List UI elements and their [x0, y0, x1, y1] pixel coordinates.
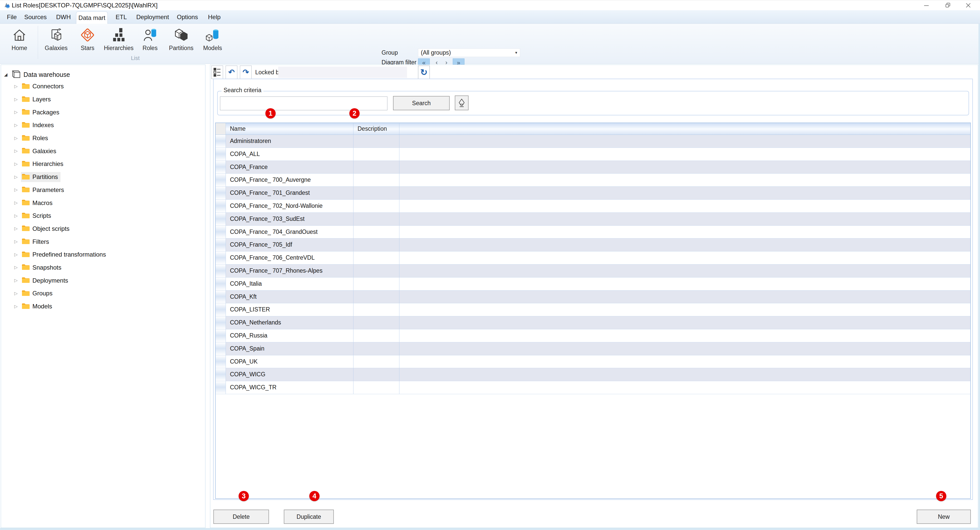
ribbon-roles-button[interactable]: Roles	[135, 26, 165, 57]
tree-item[interactable]: ▷ Roles	[1, 132, 205, 145]
row-selector[interactable]	[216, 148, 226, 161]
table-row[interactable]: COPA_Netherlands	[216, 316, 970, 329]
row-selector[interactable]	[216, 303, 226, 316]
header-description[interactable]: Description	[353, 123, 399, 135]
menu-options[interactable]: Options	[175, 10, 200, 24]
row-selector[interactable]	[216, 173, 226, 186]
table-row[interactable]: COPA_France_ 702_Nord-Wallonie	[216, 200, 970, 213]
tree-item[interactable]: ▷ Layers	[1, 93, 205, 106]
table-row[interactable]: COPA_Italia	[216, 277, 970, 291]
collapsed-arrow-icon[interactable]: ▷	[14, 213, 21, 218]
row-selector[interactable]	[216, 355, 226, 368]
collapsed-arrow-icon[interactable]: ▷	[14, 200, 21, 205]
row-selector[interactable]	[216, 291, 226, 303]
tree-item[interactable]: ▷ Partitions	[1, 170, 205, 183]
collapsed-arrow-icon[interactable]: ▷	[14, 252, 21, 257]
row-selector[interactable]	[216, 226, 226, 239]
tree-item[interactable]: ▷ Snapshots	[1, 261, 205, 274]
table-row[interactable]: COPA_France_ 707_Rhones-Alpes	[216, 264, 970, 277]
row-selector[interactable]	[216, 187, 226, 199]
collapsed-arrow-icon[interactable]: ▷	[14, 174, 21, 180]
collapsed-arrow-icon[interactable]: ▷	[14, 265, 21, 270]
table-row[interactable]: COPA_France_ 704_GrandOuest	[216, 226, 970, 239]
header-name[interactable]: Name	[226, 123, 353, 135]
tree-root-data-warehouse[interactable]: ◢ Data warehouse	[1, 68, 70, 81]
collapsed-arrow-icon[interactable]: ▷	[14, 226, 21, 231]
row-selector[interactable]	[216, 381, 226, 394]
new-button[interactable]: New	[917, 509, 971, 524]
table-row[interactable]: COPA_Spain	[216, 342, 970, 355]
table-row[interactable]: COPA_France_ 706_CentreVDL	[216, 251, 970, 264]
menu-data-mart-active-tab[interactable]: Data mart	[76, 11, 108, 24]
delete-button[interactable]: Delete	[213, 509, 269, 524]
tree-item[interactable]: ▷ Connectors	[1, 80, 205, 93]
ribbon-home-button[interactable]: Home	[5, 26, 34, 57]
ribbon-galaxies-button[interactable]: Galaxies	[41, 26, 71, 57]
menu-etl[interactable]: ETL	[114, 10, 128, 24]
table-row[interactable]: COPA_WICG_TR	[216, 381, 970, 394]
restore-button[interactable]	[941, 0, 955, 11]
collapsed-arrow-icon[interactable]: ▷	[14, 278, 21, 283]
expanded-arrow-icon[interactable]: ◢	[4, 72, 11, 77]
duplicate-button[interactable]: Duplicate	[284, 509, 334, 524]
tree-item[interactable]: ▷ Scripts	[1, 209, 205, 222]
tree-item[interactable]: ▷ Indexes	[1, 119, 205, 132]
collapsed-arrow-icon[interactable]: ▷	[14, 304, 21, 309]
tree-item[interactable]: ▷ Models	[1, 300, 205, 313]
row-selector[interactable]	[216, 368, 226, 381]
collapsed-arrow-icon[interactable]: ▷	[14, 187, 21, 193]
row-selector[interactable]	[216, 329, 226, 342]
row-selector[interactable]	[216, 251, 226, 264]
search-input[interactable]	[220, 97, 387, 110]
table-row[interactable]: COPA_ALL	[216, 148, 970, 161]
table-row[interactable]: COPA_France_ 705_Idf	[216, 239, 970, 251]
search-button[interactable]: Search	[393, 96, 450, 110]
collapsed-arrow-icon[interactable]: ▷	[14, 110, 21, 115]
tree-item[interactable]: ▷ Macros	[1, 196, 205, 209]
menu-deployment[interactable]: Deployment	[135, 10, 170, 24]
ribbon-hierarchies-button[interactable]: Hierarchies	[104, 26, 134, 57]
tree-item[interactable]: ▷ Packages	[1, 106, 205, 119]
refresh-button[interactable]: ↻	[418, 65, 430, 79]
table-row[interactable]: COPA_Kft	[216, 291, 970, 304]
group-dropdown[interactable]: (All groups) ▼	[418, 48, 520, 57]
table-row[interactable]: COPA_LISTER	[216, 303, 970, 316]
table-row[interactable]: COPA_France_ 703_SudEst	[216, 213, 970, 226]
row-selector[interactable]	[216, 277, 226, 290]
collapsed-arrow-icon[interactable]: ▷	[14, 123, 21, 128]
collapsed-arrow-icon[interactable]: ▷	[14, 148, 21, 154]
menu-file[interactable]: File	[5, 10, 18, 24]
redo-button[interactable]: ↷	[240, 65, 251, 79]
row-selector[interactable]	[216, 264, 226, 277]
table-row[interactable]: Administratoren	[216, 135, 970, 148]
ribbon-models-button[interactable]: Models	[198, 26, 228, 57]
menu-dwh[interactable]: DWH	[55, 10, 72, 24]
ribbon-stars-button[interactable]: Stars	[73, 26, 102, 57]
table-row[interactable]: COPA_France_ 701_Grandest	[216, 187, 970, 200]
collapsed-arrow-icon[interactable]: ▷	[14, 161, 21, 167]
table-row[interactable]: COPA_Russia	[216, 329, 970, 342]
row-selector[interactable]	[216, 135, 226, 148]
row-selector[interactable]	[216, 200, 226, 212]
tree-item[interactable]: ▷ Filters	[1, 235, 205, 248]
menu-help[interactable]: Help	[207, 10, 222, 24]
row-selector[interactable]	[216, 161, 226, 173]
tree-item[interactable]: ▷ Groups	[1, 287, 205, 300]
tree-item[interactable]: ▷ Predefined transformations	[1, 248, 205, 261]
tree-item[interactable]: ▷ Deployments	[1, 274, 205, 287]
collapsed-arrow-icon[interactable]: ▷	[14, 135, 21, 141]
row-selector[interactable]	[216, 239, 226, 251]
row-selector[interactable]	[216, 342, 226, 355]
tree-item[interactable]: ▷ Hierarchies	[1, 158, 205, 170]
menu-sources[interactable]: Sources	[23, 10, 48, 24]
table-row[interactable]: COPA_France_ 700_Auvergne	[216, 173, 970, 187]
clear-search-button[interactable]	[455, 95, 469, 110]
undo-button[interactable]: ↶	[226, 65, 237, 79]
collapsed-arrow-icon[interactable]: ▷	[14, 291, 21, 296]
close-button[interactable]	[961, 0, 975, 11]
collapsed-arrow-icon[interactable]: ▷	[14, 239, 21, 244]
tree-item[interactable]: ▷ Object scripts	[1, 222, 205, 236]
tree-item[interactable]: ▷ Parameters	[1, 183, 205, 197]
table-row[interactable]: COPA_France	[216, 161, 970, 174]
table-row[interactable]: COPA_UK	[216, 355, 970, 368]
